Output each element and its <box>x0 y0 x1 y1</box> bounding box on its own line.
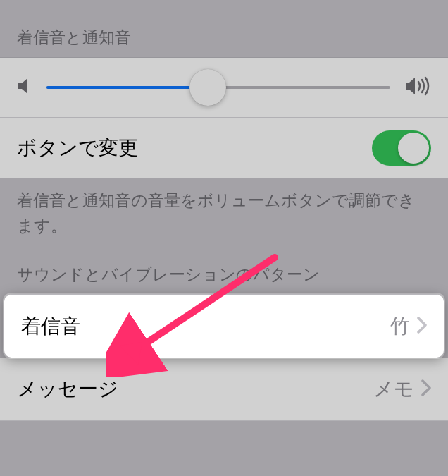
volume-low-icon <box>17 77 32 98</box>
ringtone-row[interactable]: 着信音 竹 <box>4 294 444 358</box>
chevron-right-icon <box>417 317 427 336</box>
section-header-ringer: 着信音と通知音 <box>0 0 448 57</box>
toggle-label: ボタンで変更 <box>17 135 138 161</box>
message-row[interactable]: メッセージ メモ <box>0 358 448 421</box>
section-footer-text: 着信音と通知音の音量をボリュームボタンで調節できます。 <box>0 178 448 245</box>
volume-high-icon <box>404 75 431 99</box>
message-value: メモ <box>373 376 414 403</box>
change-with-buttons-toggle[interactable] <box>372 130 431 166</box>
volume-slider-thumb[interactable] <box>189 69 226 106</box>
message-label: メッセージ <box>17 376 118 403</box>
chevron-right-icon <box>421 379 431 399</box>
change-with-buttons-row: ボタンで変更 <box>0 118 448 178</box>
volume-slider[interactable] <box>46 86 390 89</box>
ringtone-value: 竹 <box>390 313 410 340</box>
section-header-pattern: サウンドとバイブレーションのパターン <box>0 245 448 294</box>
volume-slider-row <box>0 57 448 118</box>
ringtone-label: 着信音 <box>21 313 80 340</box>
